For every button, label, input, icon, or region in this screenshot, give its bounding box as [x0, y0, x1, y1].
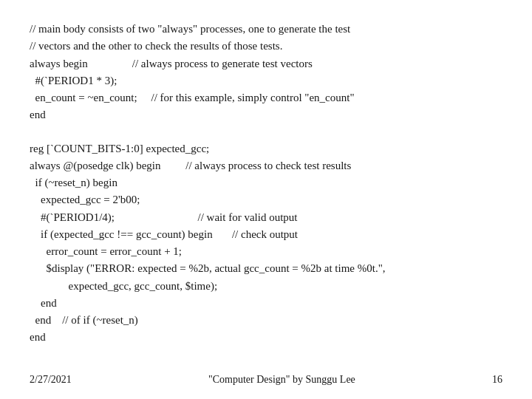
footer: 2/27/2021 "Computer Design" by Sunggu Le… — [0, 374, 532, 386]
footer-page: 16 — [492, 374, 502, 386]
footer-title: "Computer Design" by Sunggu Lee — [208, 374, 355, 386]
code-section-2: reg [`COUNT_BITS-1:0] expected_gcc; alwa… — [30, 140, 502, 347]
slide: // main body consists of two "always" pr… — [0, 0, 532, 399]
footer-date: 2/27/2021 — [30, 374, 72, 386]
code-section-1: // main body consists of two "always" pr… — [30, 21, 502, 124]
